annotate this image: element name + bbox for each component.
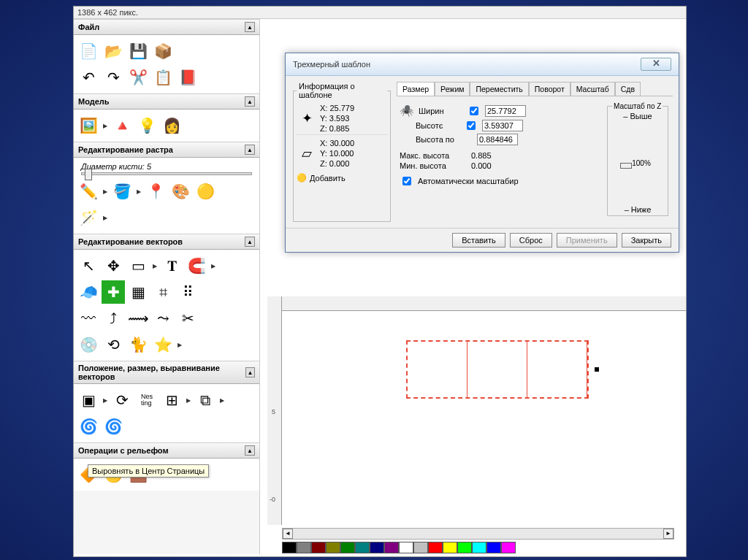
scroll-left-button[interactable]: ◄ — [283, 529, 293, 539]
rect-tool[interactable]: ▭ — [126, 254, 150, 277]
model-tool-4[interactable]: 👩 — [160, 114, 183, 137]
height-checkbox[interactable] — [467, 121, 476, 130]
arc-tool[interactable]: ⤴ — [102, 307, 125, 330]
panel-model-header[interactable]: Модель ▲ — [74, 93, 259, 110]
expand-arrow-icon[interactable]: ▶ — [103, 123, 107, 129]
model-tool-2[interactable]: 🔺 — [110, 114, 134, 137]
disc-tool[interactable]: 💿 — [77, 333, 100, 356]
collapse-icon[interactable]: ▲ — [245, 367, 255, 377]
star-tool[interactable]: ⭐ — [151, 333, 175, 356]
color-swatch[interactable] — [443, 542, 457, 553]
drawn-object[interactable] — [406, 340, 589, 399]
expand-arrow-icon[interactable]: ▶ — [137, 188, 141, 195]
expand-arrow-icon[interactable]: ▶ — [103, 188, 107, 195]
plus-tool[interactable]: ✚ — [102, 280, 125, 304]
expand-arrow-icon[interactable]: ▶ — [178, 342, 182, 348]
color-swatch[interactable] — [457, 542, 472, 553]
spiral-tool-1[interactable]: 🌀 — [77, 415, 100, 438]
model-tool-1[interactable]: 🖼️ — [77, 114, 100, 137]
color-swatch[interactable] — [340, 542, 355, 553]
group-tool[interactable]: ⧉ — [194, 388, 217, 412]
add-button[interactable]: 🟡 Добавить — [297, 173, 387, 183]
color-swatch[interactable] — [384, 542, 399, 553]
collapse-icon[interactable]: ▲ — [245, 96, 255, 107]
model-tool-3[interactable]: 💡 — [135, 114, 159, 137]
text-tool[interactable]: 𝐓 — [160, 254, 183, 277]
layout-tool[interactable]: ⊞ — [160, 388, 183, 412]
select-tool[interactable]: ↖ — [77, 254, 100, 277]
nesting-tool[interactable]: Nesting — [135, 388, 159, 412]
horizontal-scrollbar[interactable]: ◄ ► — [282, 528, 674, 540]
panel-file-header[interactable]: Файл ▲ — [74, 19, 259, 35]
color-swatch[interactable] — [472, 542, 486, 553]
export-button[interactable]: 📦 — [151, 39, 175, 63]
color-swatch[interactable] — [399, 542, 413, 553]
new-file-button[interactable]: 📄 — [77, 39, 100, 63]
collapse-icon[interactable]: ▲ — [245, 22, 255, 32]
undo-button[interactable]: ↶ — [77, 66, 100, 89]
pin-tool[interactable]: 📍 — [144, 180, 167, 203]
open-file-button[interactable]: 📂 — [102, 39, 125, 63]
align-center-tool[interactable]: ▣ — [77, 388, 100, 412]
palette-tool[interactable]: 🎨 — [169, 180, 192, 203]
panel-relief-header[interactable]: Операции с рельефом ▲ — [74, 442, 259, 459]
wand-tool[interactable]: 🪄 — [77, 206, 100, 229]
tab-scale[interactable]: Масштаб — [570, 82, 615, 96]
brush-size-slider[interactable] — [81, 172, 252, 175]
color-swatch[interactable] — [355, 542, 370, 553]
resize-handle[interactable] — [595, 367, 599, 372]
copy-button[interactable]: 📋 — [151, 66, 175, 89]
expand-arrow-icon[interactable]: ▶ — [211, 263, 215, 269]
tab-size[interactable]: Размер — [397, 82, 435, 96]
expand-arrow-icon[interactable]: ▶ — [103, 215, 107, 221]
scroll-right-button[interactable]: ► — [663, 529, 673, 539]
z-slider-thumb[interactable] — [620, 163, 632, 169]
pencil-tool[interactable]: ✏️ — [77, 180, 100, 203]
auto-scale-checkbox[interactable] — [402, 177, 411, 185]
color-swatch[interactable] — [282, 542, 297, 553]
color-swatch[interactable] — [370, 542, 384, 553]
color-swatch[interactable] — [428, 542, 443, 553]
close-dialog-button[interactable]: Закрыть — [622, 233, 671, 248]
height-input[interactable] — [482, 120, 523, 131]
spiral-tool-2[interactable]: 🌀 — [102, 415, 125, 438]
slider-thumb[interactable] — [85, 169, 92, 180]
panel-vectors-header[interactable]: Редактирование векторов ▲ — [74, 234, 259, 250]
grid-tool[interactable]: ▦ — [126, 280, 150, 304]
move-tool[interactable]: ✥ — [102, 254, 125, 277]
paste-button[interactable]: 📕 — [176, 66, 199, 89]
color-swatch[interactable] — [413, 542, 428, 553]
close-button[interactable]: ✕ — [641, 58, 671, 71]
scissors-tool[interactable]: ✂ — [176, 307, 199, 330]
apply-button[interactable]: Применить — [557, 233, 617, 248]
color-swatch[interactable] — [311, 542, 326, 553]
width-input[interactable] — [485, 105, 526, 117]
color-swatch[interactable] — [326, 542, 340, 553]
path-tool[interactable]: ⟿ — [126, 307, 150, 330]
expand-arrow-icon[interactable]: ▶ — [103, 397, 107, 404]
magnet-tool[interactable]: 🧲 — [185, 254, 208, 277]
panel-raster-header[interactable]: Редактирование растра ▲ — [74, 142, 259, 158]
bucket-tool[interactable]: 🪣 — [110, 180, 134, 203]
cut-button[interactable]: ✂️ — [126, 66, 150, 89]
tab-rotate[interactable]: Поворот — [529, 82, 570, 96]
dialog-titlebar[interactable]: Трехмерный шаблон ✕ — [286, 53, 679, 76]
warp-tool[interactable]: ⌗ — [151, 280, 175, 304]
expand-arrow-icon[interactable]: ▶ — [153, 263, 157, 269]
reset-button[interactable]: Сброс — [510, 233, 552, 248]
tab-mode[interactable]: Режим — [435, 82, 470, 96]
expand-arrow-icon[interactable]: ▶ — [186, 397, 191, 404]
cap-tool[interactable]: 🧢 — [77, 280, 100, 304]
width-checkbox[interactable] — [470, 107, 478, 115]
spline-tool[interactable]: ⤳ — [151, 307, 175, 330]
outline-tool[interactable]: 🐈 — [126, 333, 150, 356]
rotate-tool[interactable]: ⟳ — [110, 388, 134, 412]
expand-arrow-icon[interactable]: ▶ — [220, 397, 224, 404]
height-by-input[interactable] — [477, 134, 518, 145]
sculpt-tool[interactable]: 🟡 — [194, 180, 217, 203]
collapse-icon[interactable]: ▲ — [245, 237, 255, 247]
dots-tool[interactable]: ⠿ — [176, 280, 199, 304]
panel-position-header[interactable]: Положение, размер, выравнивание векторов… — [74, 361, 259, 384]
collapse-icon[interactable]: ▲ — [245, 145, 255, 155]
color-swatch[interactable] — [297, 542, 311, 553]
